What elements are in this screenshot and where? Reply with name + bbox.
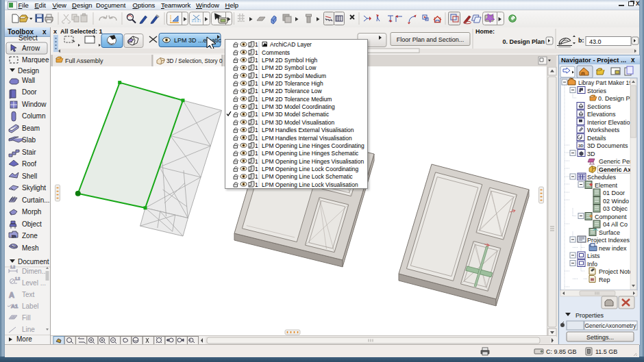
svg-text:LPM Opening Line Hinges Visual: LPM Opening Line Hinges Visualisation <box>262 158 364 165</box>
svg-text:Dimen...: Dimen... <box>22 268 47 275</box>
svg-text:1: 1 <box>255 80 258 87</box>
svg-text:Project Note: Project Note <box>599 268 633 275</box>
svg-text:Fill: Fill <box>22 314 31 322</box>
svg-text:LPM 2D Symbol Low: LPM 2D Symbol Low <box>262 64 317 71</box>
svg-text:1: 1 <box>255 127 258 133</box>
svg-text:Info: Info <box>587 261 597 268</box>
svg-text:Properties: Properties <box>575 312 604 319</box>
svg-text:Design: Design <box>18 67 39 75</box>
svg-text:x: x <box>53 28 57 35</box>
svg-text:Element: Element <box>595 182 618 189</box>
svg-text:1: 1 <box>255 49 258 56</box>
svg-text:LPM 3D Model Coordinating: LPM 3D Model Coordinating <box>262 103 335 110</box>
svg-text:Project Indexes: Project Indexes <box>587 237 630 244</box>
svg-text:Shell: Shell <box>22 172 37 180</box>
svg-text:1: 1 <box>255 142 258 149</box>
svg-text:Zone: Zone <box>22 232 38 240</box>
svg-text:LPM Opening Line Lock Coordina: LPM Opening Line Lock Coordinating <box>262 166 359 172</box>
svg-text:1: 1 <box>255 111 258 118</box>
svg-text:LPM 2D Symbol High: LPM 2D Symbol High <box>262 57 318 64</box>
svg-text:02 Windo: 02 Windo <box>603 198 629 205</box>
svg-text:Window: Window <box>22 101 47 108</box>
svg-text:Marquee: Marquee <box>22 56 49 64</box>
svg-text:1: 1 <box>255 119 258 126</box>
svg-text:Elevations: Elevations <box>587 111 616 118</box>
svg-text:Lists: Lists <box>587 253 600 259</box>
svg-text:Stories: Stories <box>587 88 607 94</box>
svg-text:3D / Selection, Story 0: 3D / Selection, Story 0 <box>166 58 223 64</box>
svg-text:1: 1 <box>255 64 258 71</box>
svg-text:Object: Object <box>22 220 42 228</box>
svg-text:C: 9.85 GB: C: 9.85 GB <box>546 348 577 355</box>
svg-text:1: 1 <box>255 173 258 180</box>
svg-text:Component: Component <box>595 214 627 220</box>
svg-text:Full Assembly: Full Assembly <box>65 57 103 64</box>
svg-text:1: 1 <box>255 73 258 79</box>
svg-text:LPM Opening Line Lock Visualis: LPM Opening Line Lock Visualisation <box>262 181 358 188</box>
svg-text:04 All Co: 04 All Co <box>603 221 628 228</box>
svg-text:3D: 3D <box>578 144 584 148</box>
svg-text:Rep: Rep <box>599 276 610 283</box>
svg-text:03 Objec: 03 Objec <box>603 205 628 212</box>
svg-text:Settings...: Settings... <box>586 334 614 341</box>
svg-text:1.2: 1.2 <box>15 276 20 281</box>
svg-text:Label: Label <box>22 302 38 310</box>
svg-text:Details: Details <box>587 135 606 142</box>
svg-text:More: More <box>16 335 32 343</box>
svg-text:zn: zn <box>12 234 16 238</box>
svg-text:LPM Opening Line Hinges Schema: LPM Opening Line Hinges Schematic <box>262 150 359 157</box>
svg-text:Morph: Morph <box>22 208 41 216</box>
svg-text:11.5 GB: 11.5 GB <box>595 348 617 355</box>
svg-text:A: A <box>9 291 14 299</box>
svg-text:1: 1 <box>255 181 258 188</box>
svg-text:Navigator - Project ...: Navigator - Project ... <box>561 56 626 64</box>
svg-text:LPM 3D Model Schematic: LPM 3D Model Schematic <box>262 111 330 118</box>
svg-text:Wall: Wall <box>22 77 35 84</box>
svg-text:01 Door: 01 Door <box>603 190 625 196</box>
svg-text:new index: new index <box>599 245 627 252</box>
svg-text:Curtain...: Curtain... <box>22 196 50 204</box>
svg-text:43.0: 43.0 <box>589 38 602 45</box>
svg-text:LPM Handles Internal Visualisa: LPM Handles Internal Visualisation <box>262 135 352 142</box>
svg-text:LPM Handles External Visualisa: LPM Handles External Visualisation <box>262 127 354 133</box>
svg-text:Document: Document <box>18 258 49 266</box>
svg-text:Interior Elevatio: Interior Elevatio <box>587 119 630 126</box>
svg-text:1: 1 <box>255 166 258 172</box>
svg-text:Mesh: Mesh <box>22 244 38 252</box>
svg-text:3D: 3D <box>587 151 595 157</box>
svg-text:Schedules: Schedules <box>587 174 617 181</box>
svg-text:x: x <box>631 56 635 64</box>
svg-text:Home:: Home: <box>475 28 495 35</box>
svg-text:1: 1 <box>255 150 258 157</box>
svg-text:x: x <box>42 28 47 36</box>
svg-text:Surface: Surface <box>599 229 620 236</box>
svg-text:b:: b: <box>578 37 584 44</box>
svg-text:Slab: Slab <box>22 136 36 144</box>
svg-text:Stair: Stair <box>22 148 36 156</box>
svg-text:LPM 2D Symbol Medium: LPM 2D Symbol Medium <box>262 73 326 79</box>
svg-text:Text: Text <box>22 291 35 298</box>
svg-text:1: 1 <box>255 41 258 48</box>
svg-text:LPM 2D Tolerance High: LPM 2D Tolerance High <box>262 80 323 87</box>
svg-text:Column: Column <box>22 112 45 120</box>
svg-text:All Selected: 1: All Selected: 1 <box>60 28 103 35</box>
svg-text:Libray Part Maker 19: Libray Part Maker 19 <box>578 79 632 86</box>
svg-text:Sections: Sections <box>587 103 611 110</box>
svg-text:1: 1 <box>255 158 258 165</box>
svg-text:A1: A1 <box>11 303 18 309</box>
svg-text:Comments: Comments <box>262 49 290 56</box>
svg-text:Roof: Roof <box>22 160 36 168</box>
svg-text:1: 1 <box>255 96 258 103</box>
svg-text:LPM Opening Line Hinges Coordi: LPM Opening Line Hinges Coordinating <box>262 142 364 149</box>
svg-text:LPM 3D Model Visualisation: LPM 3D Model Visualisation <box>262 119 334 126</box>
svg-text:1: 1 <box>255 57 258 64</box>
svg-text:LPM 2D Tolerance Medium: LPM 2D Tolerance Medium <box>262 96 332 103</box>
svg-text:ArchiCAD Layer: ArchiCAD Layer <box>270 41 312 48</box>
svg-text:1: 1 <box>255 103 258 110</box>
svg-text:1.2: 1.2 <box>10 265 15 269</box>
svg-text:1: 1 <box>255 88 258 94</box>
svg-text:Arrow: Arrow <box>22 44 40 52</box>
svg-text:Select: Select <box>18 34 38 42</box>
svg-text:3D Documents: 3D Documents <box>587 142 628 149</box>
svg-text:LPM Opening Line Lock Schemati: LPM Opening Line Lock Schematic <box>262 173 354 180</box>
